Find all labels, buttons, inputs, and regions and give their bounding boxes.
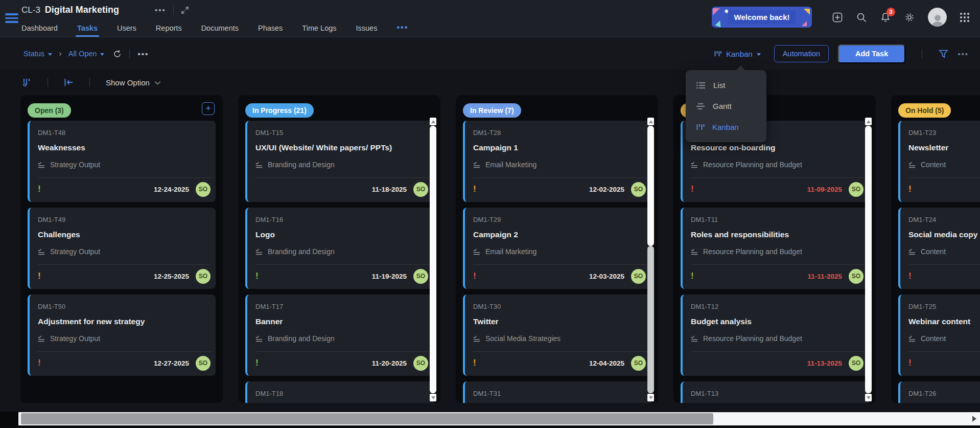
kanban-columns: Open (3)+ DM1-T48 Weaknesses Strategy Ou…	[20, 95, 980, 403]
scroll-down-arrow[interactable]	[647, 394, 654, 401]
column-scrollbar[interactable]	[647, 118, 654, 401]
nav-tab-users[interactable]: Users	[117, 24, 136, 37]
task-card[interactable]: DM1-T48 Weaknesses Strategy Output ! 12-…	[28, 121, 216, 202]
scroll-down-arrow[interactable]	[430, 394, 436, 401]
task-card[interactable]: DM1-T16 Logo Branding and Design ! 11-19…	[245, 208, 433, 289]
tasklist-icon	[38, 335, 45, 342]
expand-icon[interactable]	[181, 6, 189, 14]
tasklist-icon	[255, 162, 263, 168]
column-status-badge[interactable]: In Progress (21)	[245, 103, 314, 118]
scrollbar-thumb[interactable]	[647, 126, 654, 246]
column-status-badge[interactable]: On Hold (5)	[898, 103, 951, 118]
view-selector[interactable]: Kanban	[714, 50, 761, 58]
task-card[interactable]: DM1-T25 Webinar content Content !	[898, 295, 980, 376]
show-option-dropdown[interactable]: Show Option	[106, 78, 159, 87]
task-card[interactable]: DM1-T26	[898, 381, 980, 403]
column-status-badge[interactable]: In Review (7)	[463, 103, 521, 118]
priority-icon: !	[908, 184, 919, 194]
nav-tab-issues[interactable]: Issues	[356, 24, 378, 37]
horizontal-scroll-thumb[interactable]	[21, 413, 713, 424]
assignee-avatar[interactable]: SO	[631, 182, 646, 197]
column-status-badge[interactable]: Open (3)	[28, 103, 71, 118]
refresh-icon[interactable]	[113, 50, 122, 58]
scroll-up-arrow[interactable]	[430, 118, 436, 125]
automation-button[interactable]: Automation	[774, 45, 829, 62]
scroll-down-arrow[interactable]	[865, 394, 872, 401]
assignee-avatar[interactable]: SO	[413, 269, 428, 284]
nav-tab-reports[interactable]: Reports	[156, 24, 182, 37]
task-id: DM1-T26	[908, 390, 980, 397]
status-dropdown[interactable]: Status	[24, 50, 52, 58]
breadcrumb-more-icon[interactable]: •••	[137, 50, 149, 58]
assignee-avatar[interactable]: SO	[631, 269, 646, 284]
scrollbar-thumb[interactable]	[430, 126, 436, 393]
task-title: Campaign 2	[473, 230, 643, 239]
column-scrollbar[interactable]	[430, 118, 436, 401]
nav-tab-phases[interactable]: Phases	[258, 24, 283, 37]
task-card[interactable]: DM1-T30 Twitter Social Media Strategies …	[463, 295, 651, 376]
task-card[interactable]: DM1-T24 Social media copy Content !	[898, 208, 980, 289]
open-filter-dropdown[interactable]: All Open	[68, 50, 105, 58]
task-card[interactable]: DM1-T49 Challenges Strategy Output ! 12-…	[28, 208, 216, 289]
toolbar-more-icon[interactable]: •••	[958, 50, 969, 58]
filter-funnel-icon[interactable]	[939, 49, 948, 59]
view-option-kanban[interactable]: Kanban	[686, 117, 766, 138]
task-card[interactable]: DM1-T13	[681, 381, 869, 403]
view-option-gantt[interactable]: Gantt	[686, 96, 766, 117]
task-id: DM1-T24	[908, 216, 980, 223]
apps-grid-icon[interactable]	[960, 12, 970, 22]
scroll-up-arrow[interactable]	[647, 118, 654, 125]
scroll-right-arrow[interactable]	[972, 416, 976, 422]
add-task-button[interactable]: Add Task	[838, 44, 905, 63]
task-card[interactable]: DM1-T15 UX/UI (Website/ White papers/ PP…	[245, 121, 433, 202]
divider	[38, 177, 212, 178]
task-card[interactable]: DM1-T17 Banner Branding and Design ! 11-…	[245, 295, 433, 376]
project-more-icon[interactable]: •••	[155, 6, 166, 14]
task-card[interactable]: DM1-T12 Budget analysis Resource Plannin…	[681, 295, 869, 376]
user-avatar[interactable]	[928, 8, 947, 27]
divider	[691, 264, 865, 265]
due-date: 12-27-2025	[154, 359, 189, 367]
task-card[interactable]: DM1-T50 Adjustment for new strategy Stra…	[28, 295, 216, 376]
task-card[interactable]: DM1-T11 Roles and responsibilities Resou…	[681, 208, 869, 289]
notifications-bell-icon[interactable]: 3	[880, 12, 891, 23]
kanban-column: In Progress (21) DM1-T15 UX/UI (Website/…	[238, 95, 440, 403]
assignee-avatar[interactable]: SO	[849, 182, 864, 197]
hamburger-menu-icon[interactable]	[5, 13, 18, 25]
task-card[interactable]: DM1-T29 Campaign 2 Email Marketing ! 12-…	[463, 208, 651, 289]
assignee-avatar[interactable]: SO	[413, 182, 428, 197]
task-card[interactable]: DM1-T28 Campaign 1 Email Marketing ! 12-…	[463, 121, 651, 202]
task-title: Logo	[255, 230, 425, 239]
nav-tab-time-logs[interactable]: Time Logs	[302, 24, 336, 37]
nav-tab-tasks[interactable]: Tasks	[77, 24, 98, 37]
assignee-avatar[interactable]: SO	[849, 356, 864, 371]
task-card[interactable]: DM1-T23 Newsletter Content !	[898, 121, 980, 202]
task-card[interactable]: DM1-T31	[463, 381, 651, 403]
collapse-columns-icon[interactable]	[64, 78, 74, 86]
column-scrollbar[interactable]	[865, 118, 872, 401]
nav-more-icon[interactable]: •••	[396, 23, 408, 37]
settings-gear-icon[interactable]	[904, 12, 915, 23]
view-option-list[interactable]: List	[686, 75, 766, 96]
scroll-up-arrow[interactable]	[865, 118, 872, 125]
assignee-avatar[interactable]: SO	[413, 356, 428, 371]
gantt-icon	[696, 102, 705, 110]
welcome-banner[interactable]: Welcome back!	[712, 7, 812, 28]
kanban-settings-icon[interactable]	[22, 78, 32, 87]
add-card-button[interactable]: +	[202, 102, 215, 115]
assignee-avatar[interactable]: SO	[849, 269, 864, 284]
kanban-icon	[714, 50, 722, 58]
scrollbar-thumb[interactable]	[865, 126, 872, 393]
quick-add-icon[interactable]	[832, 12, 843, 23]
search-icon[interactable]	[856, 12, 867, 23]
breadcrumb: Status › All Open •••	[24, 38, 149, 70]
scrollbar-track[interactable]	[647, 246, 654, 393]
assignee-avatar[interactable]: SO	[631, 356, 646, 371]
assignee-avatar[interactable]: SO	[196, 356, 211, 371]
task-card[interactable]: DM1-T18	[245, 381, 433, 403]
horizontal-scrollbar[interactable]	[18, 412, 980, 425]
nav-tab-dashboard[interactable]: Dashboard	[21, 24, 58, 37]
assignee-avatar[interactable]: SO	[196, 269, 211, 284]
assignee-avatar[interactable]: SO	[196, 182, 211, 197]
nav-tab-documents[interactable]: Documents	[201, 24, 239, 37]
